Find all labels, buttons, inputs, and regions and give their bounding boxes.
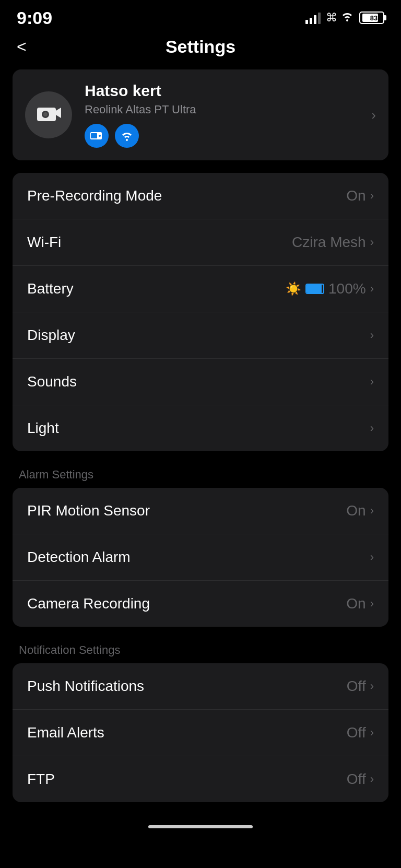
- battery-value: 100%: [328, 280, 366, 297]
- push-notifications-value: Off: [347, 678, 366, 695]
- pir-label: PIR Motion Sensor: [27, 502, 150, 519]
- email-alerts-right: Off ›: [347, 724, 374, 741]
- wifi-right: Czira Mesh ›: [292, 234, 374, 251]
- light-chevron: ›: [370, 421, 374, 435]
- wifi-row[interactable]: Wi-Fi Czira Mesh ›: [13, 219, 388, 266]
- pre-recording-chevron: ›: [370, 189, 374, 203]
- svg-rect-6: [91, 133, 97, 138]
- pir-value: On: [346, 502, 365, 519]
- signal-icon: [305, 11, 321, 24]
- status-time: 9:09: [17, 8, 52, 28]
- camera-avatar: [25, 91, 72, 138]
- push-notifications-right: Off ›: [347, 678, 374, 695]
- ftp-row[interactable]: FTP Off ›: [13, 756, 388, 802]
- sounds-chevron: ›: [370, 375, 374, 389]
- pre-recording-label: Pre-Recording Mode: [27, 187, 162, 204]
- battery-chevron: ›: [370, 282, 374, 296]
- camera-icon: [36, 103, 61, 127]
- light-label: Light: [27, 420, 59, 437]
- email-alerts-row[interactable]: Email Alerts Off ›: [13, 710, 388, 756]
- camera-recording-label: Camera Recording: [27, 595, 150, 612]
- general-settings-card: Pre-Recording Mode On › Wi-Fi Czira Mesh…: [13, 173, 388, 451]
- notification-section-header: Notification Settings: [0, 639, 401, 663]
- ftp-right: Off ›: [347, 771, 374, 788]
- display-chevron: ›: [370, 329, 374, 342]
- camera-badges: [85, 124, 359, 148]
- camera-recording-right: On ›: [346, 595, 374, 612]
- push-notifications-label: Push Notifications: [27, 678, 144, 695]
- sounds-label: Sounds: [27, 373, 77, 390]
- sounds-row[interactable]: Sounds ›: [13, 359, 388, 405]
- svg-marker-2: [56, 108, 61, 118]
- notification-settings-card: Push Notifications Off › Email Alerts Of…: [13, 663, 388, 802]
- push-notifications-row[interactable]: Push Notifications Off ›: [13, 663, 388, 710]
- page-title: Settings: [166, 37, 235, 57]
- wifi-value: Czira Mesh: [292, 234, 366, 251]
- pir-chevron: ›: [370, 504, 374, 518]
- camera-model: Reolink Altas PT Ultra: [85, 103, 359, 116]
- pir-row[interactable]: PIR Motion Sensor On ›: [13, 488, 388, 534]
- battery-row[interactable]: Battery ☀️ 100% ›: [13, 266, 388, 312]
- camera-recording-row[interactable]: Camera Recording On ›: [13, 581, 388, 627]
- pre-recording-row[interactable]: Pre-Recording Mode On ›: [13, 173, 388, 219]
- light-row[interactable]: Light ›: [13, 405, 388, 451]
- sun-icon: ☀️: [286, 281, 301, 296]
- camera-chevron: ›: [371, 107, 376, 123]
- detection-alarm-right: ›: [370, 550, 374, 564]
- svg-point-7: [99, 135, 101, 137]
- camera-name: Hatso kert: [85, 82, 359, 100]
- camera-recording-chevron: ›: [370, 597, 374, 611]
- battery-label: Battery: [27, 280, 74, 297]
- pre-recording-value: On: [346, 187, 365, 204]
- alarm-settings-card: PIR Motion Sensor On › Detection Alarm ›…: [13, 488, 388, 627]
- wifi-label: Wi-Fi: [27, 234, 61, 251]
- detection-alarm-label: Detection Alarm: [27, 549, 131, 566]
- svg-point-4: [43, 112, 48, 116]
- status-icons: ⌘ 83: [305, 11, 384, 25]
- display-right: ›: [370, 329, 374, 342]
- push-notifications-chevron: ›: [370, 679, 374, 693]
- email-alerts-label: Email Alerts: [27, 724, 104, 741]
- nav-header: < Settings: [0, 31, 401, 69]
- camera-info: Hatso kert Reolink Altas PT Ultra: [85, 82, 359, 148]
- sounds-right: ›: [370, 375, 374, 389]
- wifi-badge: [115, 124, 139, 148]
- home-bar: [148, 825, 253, 828]
- ftp-value: Off: [347, 771, 366, 788]
- email-alerts-value: Off: [347, 724, 366, 741]
- camera-recording-value: On: [346, 595, 365, 612]
- ftp-label: FTP: [27, 771, 55, 788]
- light-right: ›: [370, 421, 374, 435]
- battery-right: ☀️ 100% ›: [286, 280, 374, 297]
- wifi-chevron: ›: [370, 236, 374, 249]
- detection-alarm-chevron: ›: [370, 550, 374, 564]
- display-label: Display: [27, 327, 75, 344]
- ftp-chevron: ›: [370, 772, 374, 786]
- home-indicator: [0, 815, 401, 835]
- pre-recording-right: On ›: [346, 187, 374, 204]
- battery-icon: 83: [359, 11, 384, 24]
- pir-right: On ›: [346, 502, 374, 519]
- back-button[interactable]: <: [17, 37, 27, 56]
- detection-alarm-row[interactable]: Detection Alarm ›: [13, 534, 388, 581]
- camera-card[interactable]: Hatso kert Reolink Altas PT Ultra: [13, 69, 388, 160]
- mini-battery-icon: [305, 284, 324, 294]
- wifi-icon: ⌘: [326, 11, 354, 25]
- storage-badge: [85, 124, 109, 148]
- email-alerts-chevron: ›: [370, 726, 374, 740]
- display-row[interactable]: Display ›: [13, 312, 388, 359]
- svg-point-0: [346, 19, 348, 21]
- alarm-section-header: Alarm Settings: [0, 464, 401, 488]
- status-bar: 9:09 ⌘ 83: [0, 0, 401, 31]
- svg-point-8: [126, 139, 128, 141]
